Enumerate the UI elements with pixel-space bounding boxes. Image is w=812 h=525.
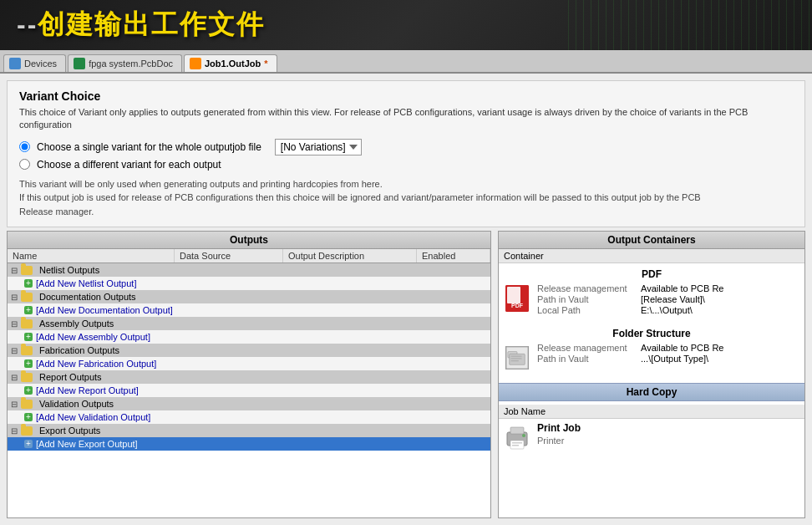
folder-assembly-icon (21, 319, 33, 329)
add-validation-icon: + (24, 413, 33, 421)
variant-different-label: Choose a different variant for each outp… (37, 159, 221, 171)
toggle-fabrication[interactable]: ⊟ (11, 346, 18, 355)
pdf-localpath-row: Local Path E:\...\Output\ (537, 305, 799, 315)
group-validation[interactable]: ⊟ Validation Outputs (8, 397, 490, 410)
tab-pcbdoc[interactable]: fpga system.PcbDoc (68, 54, 182, 72)
list-item[interactable]: + [Add New Assembly Output] (8, 330, 490, 344)
svg-rect-12 (512, 442, 522, 444)
pdf-details: Release management Available to PCB Re P… (537, 283, 799, 316)
folder-documentation-icon (21, 293, 33, 302)
group-fabrication[interactable]: ⊟ Fabrication Outputs (8, 344, 490, 357)
outjob-icon (190, 58, 201, 69)
folder-fabrication-icon (21, 346, 33, 355)
folder-section-title: Folder Structure (504, 326, 799, 343)
add-fabrication-icon: + (24, 359, 33, 368)
list-item[interactable]: + [Add New Documentation Output] (8, 303, 490, 317)
svg-rect-5 (510, 354, 525, 365)
hard-copy-col-header: Job Name (499, 405, 804, 419)
col-desc: Output Description (283, 249, 417, 262)
toggle-report[interactable]: ⊟ (11, 373, 18, 382)
containers-col-header: Container (499, 249, 804, 263)
add-netlist-icon: + (24, 279, 33, 288)
folder-export-icon (21, 426, 33, 436)
folder-validation-icon (21, 400, 33, 409)
tab-devices[interactable]: Devices (3, 54, 66, 72)
pdf-container-item: PDF Release management Available to PCB … (504, 283, 799, 316)
variant-note: This variant will be only used when gene… (19, 177, 793, 219)
toggle-export[interactable]: ⊟ (11, 426, 18, 436)
printjob-printer-row: Printer (537, 436, 799, 446)
svg-rect-1 (507, 287, 520, 303)
folder-struct-icon-wrap (504, 343, 530, 373)
folder-vault-row: Path in Vault ...\[Output Type]\ (537, 354, 799, 364)
add-assembly-icon: + (24, 333, 33, 341)
pcbdoc-icon (74, 58, 85, 69)
col-name: Name (8, 249, 175, 262)
group-netlist[interactable]: ⊟ Netlist Outputs (8, 263, 490, 277)
list-item[interactable]: + [Add New Report Output] (8, 384, 490, 397)
list-item[interactable]: + [Add New Validation Output] (8, 410, 490, 424)
toggle-documentation[interactable]: ⊟ (11, 293, 18, 302)
pdf-icon: PDF (505, 285, 529, 312)
devices-icon (9, 58, 21, 69)
variant-choice-section: Variant Choice This choice of Variant on… (7, 80, 805, 227)
main-content: Variant Choice This choice of Variant on… (0, 74, 812, 525)
folder-struct-icon (505, 346, 529, 370)
variant-single-radio[interactable] (19, 141, 30, 152)
variant-description: This choice of Variant only applies to o… (19, 106, 793, 132)
col-enabled: Enabled (417, 249, 490, 262)
printer-icon-wrap (504, 422, 530, 452)
folder-container-item: Release management Available to PCB Re P… (504, 343, 799, 373)
folder-report-icon (21, 373, 33, 382)
containers-panel: Output Containers Container PDF PDF (498, 231, 805, 518)
printjob-details: Print Job Printer (537, 422, 799, 446)
printer-icon (504, 424, 530, 451)
svg-rect-13 (512, 445, 519, 446)
col-source: Data Source (175, 249, 283, 262)
variant-option-single: Choose a single variant for the whole ou… (19, 139, 793, 155)
tab-bar: Devices fpga system.PcbDoc Job1.OutJob * (0, 50, 812, 74)
toggle-netlist[interactable]: ⊟ (11, 266, 18, 275)
hard-copy-header: Hard Copy (499, 383, 804, 401)
variant-different-radio[interactable] (19, 159, 30, 170)
group-export[interactable]: ⊟ Export Outputs (8, 424, 490, 437)
top-header: --创建输出工作文件 (0, 0, 812, 50)
group-report[interactable]: ⊟ Report Outputs (8, 370, 490, 384)
svg-text:PDF: PDF (511, 303, 524, 308)
pdf-icon-wrap: PDF (504, 283, 530, 313)
printjob-item: Print Job Printer (504, 422, 799, 452)
pdf-section-title: PDF (504, 267, 799, 283)
outputs-list: ⊟ Netlist Outputs + [Add New Netlist Out… (8, 263, 490, 517)
containers-list: PDF PDF (499, 263, 804, 517)
add-export-icon: + (24, 440, 33, 448)
folder-netlist-icon (21, 266, 33, 275)
add-documentation-icon: + (24, 306, 33, 314)
header-title: --创建输出工作文件 (17, 7, 265, 43)
container-section-pdf: PDF PDF (499, 263, 804, 323)
outputs-header: Outputs (8, 232, 490, 249)
variant-dropdown[interactable]: [No Variations] (275, 139, 362, 155)
tab-outjob[interactable]: Job1.OutJob * (184, 54, 277, 72)
group-assembly[interactable]: ⊟ Assembly Outputs (8, 317, 490, 330)
toggle-assembly[interactable]: ⊟ (11, 319, 18, 329)
svg-point-14 (522, 434, 525, 437)
split-panel: Outputs Name Data Source Output Descript… (7, 231, 805, 518)
printjob-title: Print Job (537, 422, 799, 434)
containers-header: Output Containers (499, 232, 804, 249)
variant-options: Choose a single variant for the whole ou… (19, 139, 793, 171)
container-section-folder: Folder Structure (499, 323, 804, 380)
group-documentation[interactable]: ⊟ Documentation Outputs (8, 290, 490, 303)
hard-copy-section: Print Job Printer (499, 419, 804, 459)
outputs-panel: Outputs Name Data Source Output Descript… (7, 231, 491, 518)
svg-rect-10 (510, 427, 524, 434)
outputs-columns: Name Data Source Output Description Enab… (8, 249, 490, 263)
list-item[interactable]: + [Add New Fabrication Output] (8, 357, 490, 370)
list-item[interactable]: + [Add New Export Output] (8, 437, 490, 451)
pdf-vault-row: Path in Vault [Release Vault]\ (537, 294, 799, 304)
variant-option-different: Choose a different variant for each outp… (19, 159, 793, 171)
toggle-validation[interactable]: ⊟ (11, 400, 18, 409)
pdf-release-row: Release management Available to PCB Re (537, 283, 799, 293)
variant-title: Variant Choice (19, 89, 793, 103)
variant-single-label: Choose a single variant for the whole ou… (37, 141, 261, 153)
list-item[interactable]: + [Add New Netlist Output] (8, 277, 490, 290)
